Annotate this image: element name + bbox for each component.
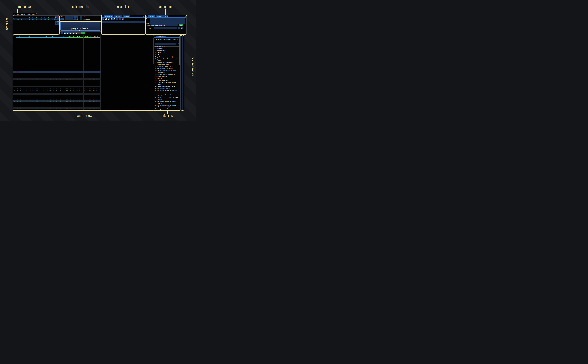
pattern-cell[interactable]: ... .. .. .... [75,106,84,108]
pattern-cell[interactable]: ... .. .. .... [50,98,58,100]
pattern-cell[interactable]: ... .. .. .... [24,91,33,93]
pattern-cell[interactable]: ... .. .. .... [16,104,24,106]
pattern-cell[interactable]: ... .. .. .... [92,75,100,77]
pattern-cell[interactable]: ... .. .. .... [84,71,92,73]
channel-header-square-1[interactable]: Square 1 [66,36,75,37]
channel-header-noise[interactable]: Noise [92,36,100,37]
pattern-cell[interactable]: ... .. .. .... [24,98,33,100]
effect-row-0Bxx[interactable]: 0BxxJump to pattern [154,75,180,78]
effect-row-08xy[interactable]: 08xySet panning (x: left; y: right) [154,67,180,70]
pattern-cell[interactable]: ... .. .. .... [50,102,58,104]
order-column-F5[interactable]: F5 [31,17,35,18]
pattern-cell[interactable]: ... .. .. .... [58,82,67,84]
system-auto-button[interactable]: Auto [178,25,183,26]
pattern-cell[interactable]: ... .. .. .... [66,100,75,102]
follow-orders-checkbox[interactable]: ✓ [80,16,82,18]
pattern-cell[interactable]: ... .. .. .... [92,93,100,95]
pattern-cell[interactable]: ... .. .. .... [50,80,58,82]
step-minus-button[interactable]: - [74,19,76,20]
duplicate-order-button[interactable] [55,19,57,20]
order-column-F4[interactable]: F4 [27,17,31,18]
pattern-cell[interactable]: ... .. .. .... [92,82,100,84]
pattern-cell[interactable]: ... .. .. .... [41,87,50,89]
pattern-cell[interactable]: ... .. .. .... [75,82,84,84]
effect-table-header[interactable]: Name Description [154,46,179,47]
pattern-cell[interactable]: ... .. .. .... [58,109,67,110]
octave-plus-button[interactable]: + [76,16,78,18]
pattern-cell[interactable]: ... .. .. .... [66,85,75,87]
pattern-cell[interactable]: ... .. .. .... [41,80,50,82]
deep-clone-order-button[interactable] [55,23,57,25]
tuning-plus-button[interactable]: + [181,27,183,29]
pattern-cell[interactable]: ... .. .. .... [66,104,75,106]
order-cell[interactable]: 00 [35,19,39,20]
tab-instruments[interactable]: Instruments [104,15,113,17]
pattern-cell[interactable]: ... .. .. .... [84,109,92,110]
dock-triangle-icon[interactable]: ▼ [155,36,156,37]
add-order-button[interactable]: + [55,16,57,18]
pattern-cell[interactable]: ... .. .. .... [84,80,92,82]
effect-row-0Fxx[interactable]: 0FxxSet speed (speed 2 if no grooves exi… [154,82,180,85]
pattern-cell[interactable]: ... .. .. .... [41,104,50,106]
song-name-input[interactable] [150,18,185,20]
follow-pattern-checkbox[interactable]: ✓ [80,19,82,20]
pattern-cell[interactable]: ... .. .. .... [58,107,67,109]
pattern-cell[interactable]: ... .. .. .... [75,73,84,75]
pattern-cell[interactable]: ... .. .. .... [16,97,24,98]
pattern-cell[interactable]: ... .. .. .... [58,73,67,75]
pattern-cell[interactable]: ... .. .. .... [41,97,50,98]
menu-item-window[interactable]: window [27,13,31,15]
pattern-cell[interactable]: ... .. .. .... [58,102,67,104]
pattern-cell[interactable]: ... .. .. .... [16,107,24,109]
pattern-cell[interactable]: ... .. .. .... [50,107,58,109]
pattern-cell[interactable]: ... .. .. .... [84,78,92,80]
pattern-cell[interactable]: ... .. .. .... [58,75,67,77]
pattern-cell[interactable]: ... .. .. .... [33,109,41,110]
pattern-cell[interactable]: ... .. .. .... [50,85,58,87]
pattern-cell[interactable]: ... .. .. .... [41,98,50,100]
pattern-cell[interactable]: ... .. .. .... [33,71,41,73]
order-cell[interactable]: 00 [20,19,24,20]
pattern-cell[interactable]: ... .. .. .... [16,71,24,73]
pattern-cell[interactable]: ... .. .. .... [41,89,50,91]
order-cell[interactable]: 00 [24,19,27,20]
effect-row-0Axy[interactable]: 0AxyVolume slide (0y: down; x0: up) [154,73,180,75]
tab-song-info[interactable]: Song Info [148,15,155,17]
pattern-cell[interactable]: ... .. .. .... [24,77,33,78]
pattern-cell[interactable]: ... .. .. .... [92,78,100,80]
pattern-cell[interactable]: ... .. .. .... [92,107,100,109]
pattern-cell[interactable]: ... .. .. .... [58,106,67,108]
pattern-cell[interactable]: ... .. .. .... [50,77,58,78]
pattern-cell[interactable]: ... .. .. .... [50,73,58,75]
remove-order-button[interactable]: − [57,16,59,18]
pattern-cell[interactable]: ... .. .. .... [58,84,67,86]
pattern-cell[interactable]: ... .. .. .... [16,78,24,80]
pattern-cell[interactable]: ... .. .. .... [24,85,33,87]
pattern-cell[interactable]: ... .. .. .... [84,82,92,84]
pattern-cell[interactable]: ... .. .. .... [16,91,24,93]
pattern-cell[interactable]: ... .. .. .... [84,93,92,95]
order-cell[interactable]: 00 [39,19,43,20]
pattern-cell[interactable]: ... .. .. .... [50,100,58,102]
asset-list-close-icon[interactable]: ✕ [143,15,144,17]
pattern-cell[interactable]: ... .. .. .... [41,109,50,110]
pattern-cell[interactable]: ... .. .. .... [66,98,75,100]
menu-item-settings[interactable]: settings [21,13,25,15]
pattern-cell[interactable]: ... .. .. .... [66,80,75,82]
pattern-cell[interactable]: ... .. .. .... [92,97,100,98]
pattern-cell[interactable]: ... .. .. .... [58,104,67,106]
pattern-cell[interactable]: ... .. .. .... [41,85,50,87]
step-plus-button[interactable]: + [76,19,78,20]
tab-wavetables[interactable]: Wavetables [114,15,122,17]
song-info-close-icon[interactable]: ✕ [185,15,186,17]
effect-row-17xx[interactable]: 17xxToggle PCM mode (LEGACY) [154,108,180,110]
song-system-input[interactable]: Sega Genesis/Mega Drive [150,25,178,26]
pattern-cell[interactable]: ... .. .. .... [24,75,33,77]
pattern-cell[interactable]: ... .. .. .... [24,104,33,106]
pattern-cell[interactable]: ... .. .. .... [41,73,50,75]
pattern-cell[interactable]: ... .. .. .... [84,85,92,87]
pattern-cell[interactable]: ... .. .. .... [16,87,24,89]
move-asset-down-button[interactable] [119,18,121,20]
step-input[interactable]: 1 [65,19,74,20]
pattern-cell[interactable]: ... .. .. .... [16,75,24,77]
